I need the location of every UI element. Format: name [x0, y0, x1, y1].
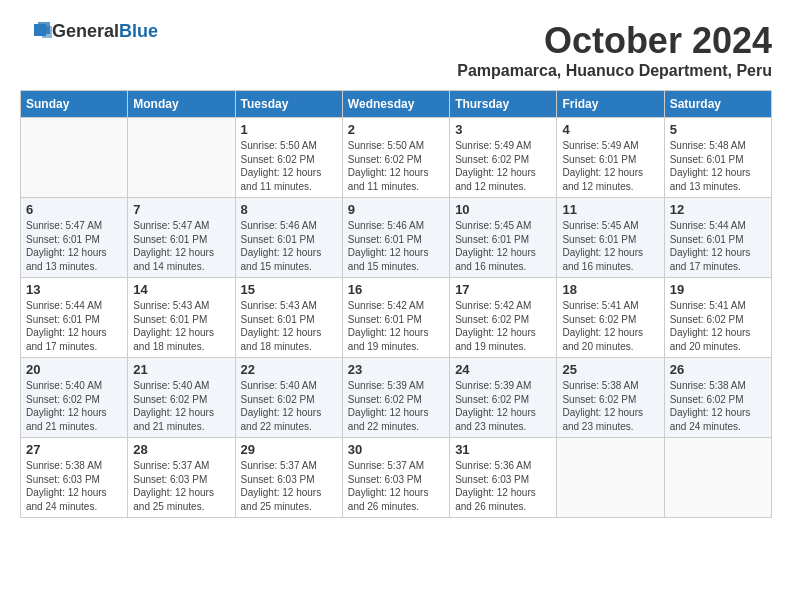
day-info: Sunrise: 5:37 AM Sunset: 6:03 PM Dayligh… — [241, 459, 337, 513]
day-number: 23 — [348, 362, 444, 377]
calendar-cell: 8Sunrise: 5:46 AM Sunset: 6:01 PM Daylig… — [235, 198, 342, 278]
calendar-cell: 17Sunrise: 5:42 AM Sunset: 6:02 PM Dayli… — [450, 278, 557, 358]
day-info: Sunrise: 5:43 AM Sunset: 6:01 PM Dayligh… — [241, 299, 337, 353]
calendar-cell: 6Sunrise: 5:47 AM Sunset: 6:01 PM Daylig… — [21, 198, 128, 278]
day-info: Sunrise: 5:37 AM Sunset: 6:03 PM Dayligh… — [133, 459, 229, 513]
calendar-cell: 23Sunrise: 5:39 AM Sunset: 6:02 PM Dayli… — [342, 358, 449, 438]
calendar-cell: 14Sunrise: 5:43 AM Sunset: 6:01 PM Dayli… — [128, 278, 235, 358]
day-number: 12 — [670, 202, 766, 217]
day-number: 19 — [670, 282, 766, 297]
day-info: Sunrise: 5:38 AM Sunset: 6:02 PM Dayligh… — [670, 379, 766, 433]
day-number: 11 — [562, 202, 658, 217]
calendar-week-4: 20Sunrise: 5:40 AM Sunset: 6:02 PM Dayli… — [21, 358, 772, 438]
calendar-cell: 16Sunrise: 5:42 AM Sunset: 6:01 PM Dayli… — [342, 278, 449, 358]
day-number: 25 — [562, 362, 658, 377]
day-info: Sunrise: 5:44 AM Sunset: 6:01 PM Dayligh… — [26, 299, 122, 353]
weekday-header-friday: Friday — [557, 91, 664, 118]
calendar-cell: 2Sunrise: 5:50 AM Sunset: 6:02 PM Daylig… — [342, 118, 449, 198]
weekday-header-row: SundayMondayTuesdayWednesdayThursdayFrid… — [21, 91, 772, 118]
calendar-cell: 29Sunrise: 5:37 AM Sunset: 6:03 PM Dayli… — [235, 438, 342, 518]
day-number: 6 — [26, 202, 122, 217]
day-info: Sunrise: 5:39 AM Sunset: 6:02 PM Dayligh… — [348, 379, 444, 433]
day-number: 29 — [241, 442, 337, 457]
calendar-cell: 7Sunrise: 5:47 AM Sunset: 6:01 PM Daylig… — [128, 198, 235, 278]
day-number: 5 — [670, 122, 766, 137]
weekday-header-monday: Monday — [128, 91, 235, 118]
calendar-week-1: 1Sunrise: 5:50 AM Sunset: 6:02 PM Daylig… — [21, 118, 772, 198]
day-number: 1 — [241, 122, 337, 137]
day-info: Sunrise: 5:37 AM Sunset: 6:03 PM Dayligh… — [348, 459, 444, 513]
day-info: Sunrise: 5:50 AM Sunset: 6:02 PM Dayligh… — [241, 139, 337, 193]
logo-icon — [20, 20, 52, 42]
location-title: Pampamarca, Huanuco Department, Peru — [457, 62, 772, 80]
day-number: 14 — [133, 282, 229, 297]
calendar-cell — [557, 438, 664, 518]
day-number: 3 — [455, 122, 551, 137]
calendar-cell: 1Sunrise: 5:50 AM Sunset: 6:02 PM Daylig… — [235, 118, 342, 198]
day-number: 18 — [562, 282, 658, 297]
day-info: Sunrise: 5:47 AM Sunset: 6:01 PM Dayligh… — [26, 219, 122, 273]
svg-marker-2 — [34, 24, 46, 36]
weekday-header-wednesday: Wednesday — [342, 91, 449, 118]
weekday-header-tuesday: Tuesday — [235, 91, 342, 118]
day-info: Sunrise: 5:50 AM Sunset: 6:02 PM Dayligh… — [348, 139, 444, 193]
day-number: 7 — [133, 202, 229, 217]
calendar-cell: 25Sunrise: 5:38 AM Sunset: 6:02 PM Dayli… — [557, 358, 664, 438]
calendar-cell: 11Sunrise: 5:45 AM Sunset: 6:01 PM Dayli… — [557, 198, 664, 278]
calendar-cell: 22Sunrise: 5:40 AM Sunset: 6:02 PM Dayli… — [235, 358, 342, 438]
day-number: 15 — [241, 282, 337, 297]
calendar-cell: 12Sunrise: 5:44 AM Sunset: 6:01 PM Dayli… — [664, 198, 771, 278]
calendar-cell: 24Sunrise: 5:39 AM Sunset: 6:02 PM Dayli… — [450, 358, 557, 438]
calendar-cell — [664, 438, 771, 518]
calendar-cell: 28Sunrise: 5:37 AM Sunset: 6:03 PM Dayli… — [128, 438, 235, 518]
day-number: 17 — [455, 282, 551, 297]
calendar-cell: 13Sunrise: 5:44 AM Sunset: 6:01 PM Dayli… — [21, 278, 128, 358]
day-info: Sunrise: 5:41 AM Sunset: 6:02 PM Dayligh… — [562, 299, 658, 353]
day-info: Sunrise: 5:40 AM Sunset: 6:02 PM Dayligh… — [241, 379, 337, 433]
day-info: Sunrise: 5:44 AM Sunset: 6:01 PM Dayligh… — [670, 219, 766, 273]
calendar-cell: 3Sunrise: 5:49 AM Sunset: 6:02 PM Daylig… — [450, 118, 557, 198]
day-number: 28 — [133, 442, 229, 457]
logo-general: General — [52, 21, 119, 41]
calendar-cell: 15Sunrise: 5:43 AM Sunset: 6:01 PM Dayli… — [235, 278, 342, 358]
day-number: 9 — [348, 202, 444, 217]
day-number: 22 — [241, 362, 337, 377]
weekday-header-thursday: Thursday — [450, 91, 557, 118]
day-info: Sunrise: 5:49 AM Sunset: 6:01 PM Dayligh… — [562, 139, 658, 193]
day-info: Sunrise: 5:40 AM Sunset: 6:02 PM Dayligh… — [26, 379, 122, 433]
calendar-cell: 9Sunrise: 5:46 AM Sunset: 6:01 PM Daylig… — [342, 198, 449, 278]
day-info: Sunrise: 5:43 AM Sunset: 6:01 PM Dayligh… — [133, 299, 229, 353]
day-number: 30 — [348, 442, 444, 457]
calendar-cell: 10Sunrise: 5:45 AM Sunset: 6:01 PM Dayli… — [450, 198, 557, 278]
calendar-week-3: 13Sunrise: 5:44 AM Sunset: 6:01 PM Dayli… — [21, 278, 772, 358]
day-info: Sunrise: 5:42 AM Sunset: 6:01 PM Dayligh… — [348, 299, 444, 353]
day-number: 21 — [133, 362, 229, 377]
calendar-cell: 18Sunrise: 5:41 AM Sunset: 6:02 PM Dayli… — [557, 278, 664, 358]
calendar-cell: 20Sunrise: 5:40 AM Sunset: 6:02 PM Dayli… — [21, 358, 128, 438]
calendar-table: SundayMondayTuesdayWednesdayThursdayFrid… — [20, 90, 772, 518]
day-info: Sunrise: 5:39 AM Sunset: 6:02 PM Dayligh… — [455, 379, 551, 433]
calendar-cell: 19Sunrise: 5:41 AM Sunset: 6:02 PM Dayli… — [664, 278, 771, 358]
day-info: Sunrise: 5:48 AM Sunset: 6:01 PM Dayligh… — [670, 139, 766, 193]
day-info: Sunrise: 5:45 AM Sunset: 6:01 PM Dayligh… — [562, 219, 658, 273]
day-number: 10 — [455, 202, 551, 217]
calendar-cell — [128, 118, 235, 198]
day-number: 8 — [241, 202, 337, 217]
calendar-cell: 5Sunrise: 5:48 AM Sunset: 6:01 PM Daylig… — [664, 118, 771, 198]
day-number: 27 — [26, 442, 122, 457]
day-number: 24 — [455, 362, 551, 377]
title-section: October 2024 Pampamarca, Huanuco Departm… — [457, 20, 772, 80]
day-number: 13 — [26, 282, 122, 297]
day-info: Sunrise: 5:38 AM Sunset: 6:03 PM Dayligh… — [26, 459, 122, 513]
day-number: 4 — [562, 122, 658, 137]
weekday-header-saturday: Saturday — [664, 91, 771, 118]
calendar-cell: 26Sunrise: 5:38 AM Sunset: 6:02 PM Dayli… — [664, 358, 771, 438]
day-number: 2 — [348, 122, 444, 137]
calendar-week-5: 27Sunrise: 5:38 AM Sunset: 6:03 PM Dayli… — [21, 438, 772, 518]
calendar-cell: 4Sunrise: 5:49 AM Sunset: 6:01 PM Daylig… — [557, 118, 664, 198]
calendar-cell: 31Sunrise: 5:36 AM Sunset: 6:03 PM Dayli… — [450, 438, 557, 518]
weekday-header-sunday: Sunday — [21, 91, 128, 118]
calendar-cell: 30Sunrise: 5:37 AM Sunset: 6:03 PM Dayli… — [342, 438, 449, 518]
day-info: Sunrise: 5:40 AM Sunset: 6:02 PM Dayligh… — [133, 379, 229, 433]
calendar-week-2: 6Sunrise: 5:47 AM Sunset: 6:01 PM Daylig… — [21, 198, 772, 278]
